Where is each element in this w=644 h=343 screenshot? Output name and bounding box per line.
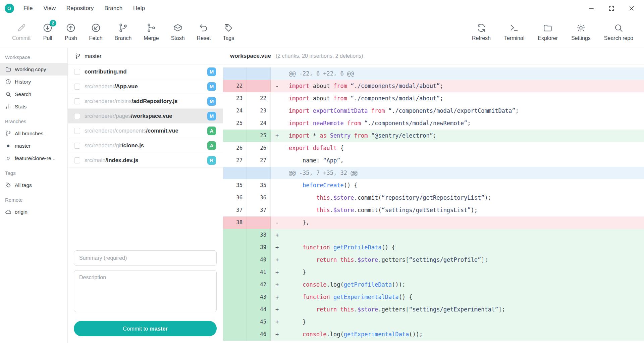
commit-button[interactable]: Commit to master [74, 321, 217, 336]
old-line-number: 38 [223, 216, 247, 229]
diff-sign [271, 179, 283, 192]
diff-code: function getProfileData() { [283, 241, 644, 254]
diff-view: @@ -22, 6 +22, 6 @@22-import about from … [223, 64, 644, 343]
sidebar-item-history[interactable]: History [0, 76, 67, 88]
file-checkbox[interactable] [74, 128, 80, 134]
toolbar-button-label: Search repo [604, 35, 633, 41]
file-panel-header: master [68, 48, 223, 64]
toolbar-button-label: Settings [571, 35, 591, 41]
file-path: src/renderer/git/clone.js [85, 142, 207, 149]
tag-icon [5, 182, 11, 188]
sidebar-item-all-branches[interactable]: All branches [0, 127, 67, 140]
file-checkbox[interactable] [74, 69, 80, 75]
toolbar-refresh-button[interactable]: Refresh [472, 23, 491, 41]
file-checkbox[interactable] [74, 157, 80, 163]
maximize-button[interactable] [608, 5, 615, 12]
new-line-number [247, 216, 271, 229]
menu-branch[interactable]: Branch [104, 5, 122, 12]
diff-sign: + [271, 303, 283, 316]
new-line-number: 44 [247, 303, 271, 316]
file-row[interactable]: src/renderer/pages/workspace.vueM [68, 109, 223, 124]
toolbar-terminal-button[interactable]: Terminal [504, 23, 524, 41]
new-line-number: 24 [247, 117, 271, 130]
toolbar-settings-button[interactable]: Settings [571, 23, 591, 41]
toolbar-stash-button[interactable]: Stash [171, 23, 185, 41]
old-line-number [223, 316, 247, 328]
changed-files-list: contributing.mdMsrc/renderer/App.vueMsrc… [68, 64, 223, 250]
minimize-button[interactable] [588, 5, 595, 12]
file-dir: src/renderer/pages [85, 113, 131, 119]
toolbar-commit-button[interactable]: Commit [12, 23, 31, 41]
old-line-number [223, 279, 247, 291]
old-line-number [223, 328, 247, 341]
toolbar-merge-button[interactable]: Merge [144, 23, 159, 41]
diff-row: 2524import newRemote from “./components/… [223, 117, 644, 130]
sidebar-item-search[interactable]: Search [0, 88, 67, 100]
diff-sign: + [271, 254, 283, 266]
toolbar-search-repo-button[interactable]: Search repo [604, 23, 633, 41]
file-row[interactable]: src/renderer/App.vueM [68, 79, 223, 94]
toolbar-reset-button[interactable]: Reset [197, 23, 211, 41]
diff-panel: workspace.vue (2 chunks, 20 insertions, … [223, 48, 644, 343]
menu-help[interactable]: Help [133, 5, 145, 12]
pull-icon: 2 [43, 23, 53, 33]
toolbar-push-button[interactable]: Push [65, 23, 77, 41]
file-row[interactable]: contributing.mdM [68, 64, 223, 79]
diff-sign: + [271, 130, 283, 142]
file-checkbox[interactable] [74, 113, 80, 119]
status-badge: M [207, 67, 216, 76]
diff-code: export default { [283, 142, 644, 154]
sidebar-item-master[interactable]: master [0, 140, 67, 152]
commit-branch-name: master [150, 326, 168, 332]
commit-icon [16, 23, 26, 33]
menu-file[interactable]: File [23, 5, 33, 12]
description-input[interactable] [74, 270, 217, 312]
diff-stats: (2 chunks, 20 insertions, 2 deletions) [276, 53, 363, 59]
file-row[interactable]: src/renderer/mixins/addRepository.jsM [68, 94, 223, 109]
new-line-number [247, 67, 271, 80]
toolbar-branch-button[interactable]: Branch [115, 23, 132, 41]
new-line-number: 22 [247, 92, 271, 105]
toolbar-button-label: Refresh [472, 35, 491, 41]
diff-code: this.$store.commit(“repository/getReposi… [283, 192, 644, 204]
branch-name: master [85, 53, 101, 59]
sidebar-item-label: master [15, 143, 31, 149]
window-controls [588, 5, 635, 12]
new-line-number: 26 [247, 142, 271, 154]
diff-sign [271, 204, 283, 216]
sidebar-item-all-tags[interactable]: All tags [0, 179, 67, 191]
file-checkbox[interactable] [74, 143, 80, 149]
file-row[interactable]: src/renderer/components/commit.vueA [68, 124, 223, 138]
sidebar-item-working-copy[interactable]: Working copy [0, 63, 67, 76]
sidebar-item-feature-clone-re[interactable]: feature/clone-re... [0, 152, 67, 164]
old-line-number: 35 [223, 179, 247, 192]
toolbar-tags-button[interactable]: Tags [223, 23, 234, 41]
old-line-number [223, 303, 247, 316]
old-line-number [223, 266, 247, 279]
summary-input[interactable] [74, 250, 217, 266]
file-row[interactable]: src/renderer/git/clone.jsA [68, 138, 223, 153]
merge-icon [146, 23, 156, 33]
toolbar-explorer-button[interactable]: Explorer [538, 23, 558, 41]
menu-view[interactable]: View [43, 5, 56, 12]
menu-repository[interactable]: Repository [66, 5, 94, 12]
sidebar-item-stats[interactable]: Stats [0, 100, 67, 113]
close-button[interactable] [628, 5, 635, 12]
file-name: contributing.md [85, 68, 127, 75]
stash-icon [173, 23, 183, 33]
diff-sign: - [271, 216, 283, 229]
file-checkbox[interactable] [74, 84, 80, 90]
diff-code: import about from “./components/modal/ab… [283, 92, 644, 105]
branch-icon [5, 130, 11, 137]
file-row[interactable]: src/main/index.dev.jsR [68, 153, 223, 168]
toolbar-fetch-button[interactable]: Fetch [89, 23, 103, 41]
status-badge: M [207, 112, 216, 120]
status-badge: M [207, 97, 216, 106]
file-checkbox[interactable] [74, 98, 80, 104]
fetch-icon [91, 23, 101, 33]
file-path: src/renderer/components/commit.vue [85, 128, 207, 134]
toolbar-pull-button[interactable]: 2Pull [43, 23, 53, 41]
old-line-number [223, 130, 247, 142]
new-line-number: 41 [247, 266, 271, 279]
sidebar-item-origin[interactable]: origin [0, 206, 67, 218]
